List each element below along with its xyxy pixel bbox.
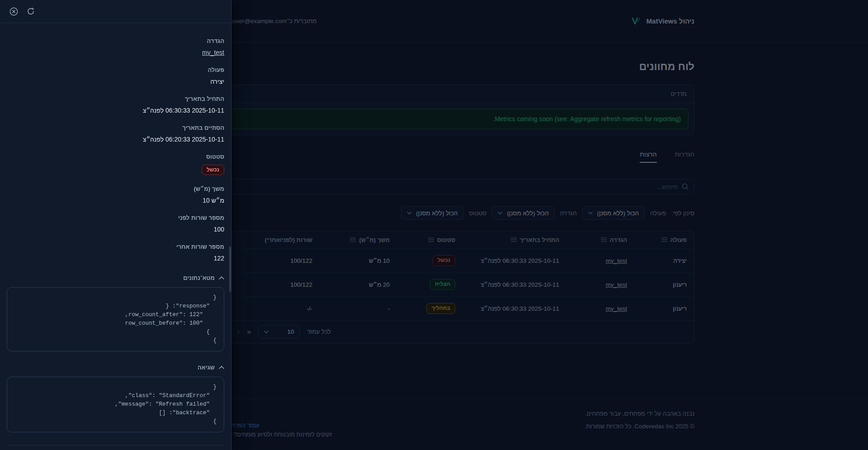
- circle-close-icon: [9, 7, 18, 16]
- field-value-rows-before: 100: [7, 226, 224, 233]
- refresh-icon: [27, 7, 35, 15]
- field-label-finished-at: הסתיים בתאריך: [7, 124, 224, 131]
- error-section-toggle[interactable]: שגיאה: [7, 364, 224, 371]
- drawer-body: הגדרה mv_test פעולה יצירה התחיל בתאריך 2…: [0, 23, 231, 445]
- drawer-divider: [7, 445, 224, 445]
- field-value-started-at: 2025-10-11 06:30:33 לפנה״צ: [7, 107, 224, 114]
- metadata-json: { "response": { "row_count_after": 122, …: [7, 287, 224, 351]
- field-label-action: פעולה: [7, 66, 224, 73]
- chevron-up-icon: [219, 276, 224, 279]
- field-value-duration: 10 מ״ש: [203, 197, 224, 204]
- metadata-section-toggle[interactable]: מטא־נתונים: [7, 275, 224, 281]
- drawer-toolbar: [0, 0, 231, 23]
- metadata-section-title: מטא־נתונים: [183, 275, 215, 281]
- field-value-action: יצירה: [7, 78, 224, 85]
- field-label-status: סטטוס: [7, 153, 224, 160]
- scrollbar-thumb[interactable]: [229, 246, 231, 292]
- field-label-duration: משך (מ״ש): [7, 185, 224, 192]
- field-value-finished-at: 2025-10-11 06:20:33 לפנה״צ: [7, 136, 224, 143]
- field-label-definition: הגדרה: [7, 38, 224, 44]
- error-json: { "class": "StandardError", "message": "…: [7, 377, 224, 432]
- field-label-rows-before: מספר שורות לפני: [7, 214, 224, 221]
- refresh-button[interactable]: [26, 6, 36, 16]
- run-detail-drawer: הגדרה mv_test פעולה יצירה התחיל בתאריך 2…: [0, 0, 231, 450]
- field-value-rows-after: 122: [7, 255, 224, 262]
- status-badge: נכשל: [202, 165, 224, 175]
- chevron-up-icon: [219, 366, 224, 369]
- field-label-rows-after: מספר שורות אחרי: [7, 243, 224, 250]
- definition-link[interactable]: mv_test: [202, 49, 224, 56]
- close-drawer-button[interactable]: [9, 6, 19, 16]
- field-label-started-at: התחיל בתאריך: [7, 95, 224, 102]
- error-section-title: שגיאה: [198, 364, 215, 371]
